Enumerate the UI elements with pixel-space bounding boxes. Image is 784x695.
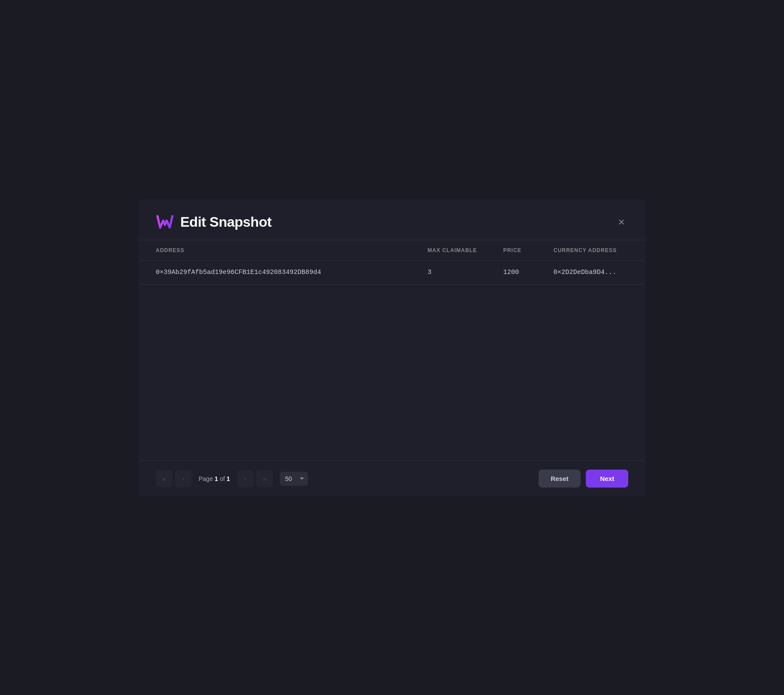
modal: Edit Snapshot × ADDRESS MAX CLAIMABLE PR… (138, 199, 646, 496)
next-page-button[interactable]: › (237, 470, 254, 487)
col-header-price: PRICE (486, 240, 536, 261)
prev-page-button[interactable]: ‹ (175, 470, 192, 487)
modal-content: ADDRESS MAX CLAIMABLE PRICE CURRENCY ADD… (138, 240, 646, 460)
modal-header: Edit Snapshot × (138, 199, 646, 240)
page-title: Edit Snapshot (180, 214, 272, 230)
reset-button[interactable]: Reset (539, 470, 581, 488)
close-button[interactable]: × (615, 214, 628, 229)
table-row: 0×39Ab29fAfb5ad19e96CFB1E1c492083492DB89… (138, 261, 646, 284)
header-left: Edit Snapshot (156, 213, 272, 231)
app-logo (156, 213, 174, 231)
table-wrapper: ADDRESS MAX CLAIMABLE PRICE CURRENCY ADD… (138, 240, 646, 460)
col-header-currency-address: CURRENCY ADDRESS (536, 240, 646, 261)
cell-currency-address: 0×2D2DeDba9D4... (536, 261, 646, 284)
next-button[interactable]: Next (586, 470, 628, 488)
cell-address: 0×39Ab29fAfb5ad19e96CFB1E1c492083492DB89… (138, 261, 410, 284)
cell-price: 1200 (486, 261, 536, 284)
table-header-row: ADDRESS MAX CLAIMABLE PRICE CURRENCY ADD… (138, 240, 646, 261)
first-page-button[interactable]: « (156, 470, 172, 487)
footer-actions: Reset Next (539, 470, 628, 488)
col-header-max-claimable: MAX CLAIMABLE (410, 240, 486, 261)
modal-footer: « ‹ Page 1 of 1 › » 50 25 100 Reset Next (138, 460, 646, 496)
page-info: Page 1 of 1 (199, 475, 230, 482)
last-page-button[interactable]: » (256, 470, 273, 487)
snapshot-table: ADDRESS MAX CLAIMABLE PRICE CURRENCY ADD… (138, 240, 646, 284)
per-page-select[interactable]: 50 25 100 (280, 472, 308, 486)
col-header-address: ADDRESS (138, 240, 410, 261)
pagination-controls: « ‹ Page 1 of 1 › » 50 25 100 (156, 470, 308, 487)
cell-max-claimable: 3 (410, 261, 486, 284)
